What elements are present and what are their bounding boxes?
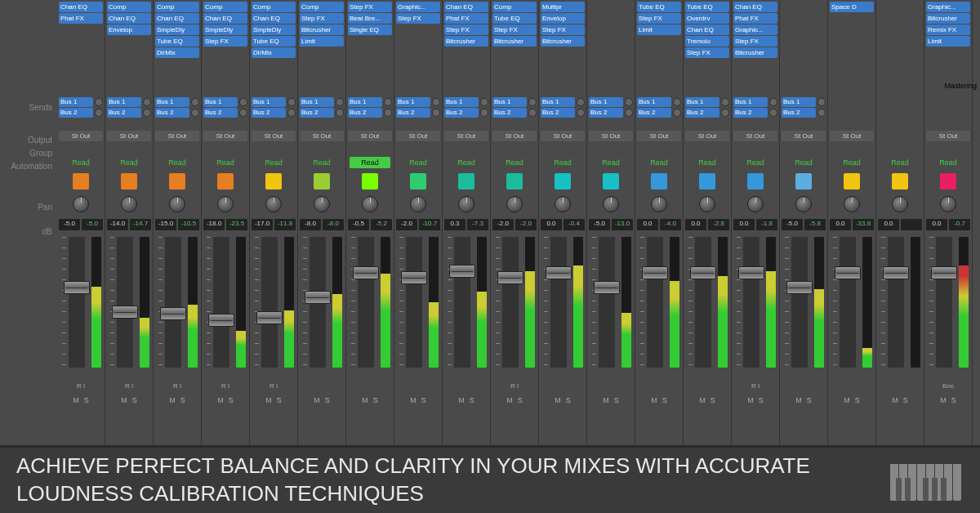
send-knob[interactable] (625, 98, 633, 106)
solo-button[interactable]: S (325, 396, 330, 404)
output-button[interactable]: St Out (59, 131, 103, 141)
fader-handle[interactable] (208, 314, 234, 327)
solo-button[interactable]: S (277, 396, 282, 404)
automation-mode[interactable]: Read (876, 157, 924, 168)
mute-button[interactable]: M (73, 396, 79, 404)
send-knob[interactable] (191, 98, 199, 106)
mute-button[interactable]: M (940, 396, 947, 404)
send-bus[interactable]: Bus 2 (637, 108, 671, 118)
automation-mode[interactable]: Read (154, 157, 201, 168)
send-bus[interactable]: Bus 2 (107, 108, 141, 118)
insert-plugin[interactable]: SmpleDly (203, 25, 247, 35)
send-bus[interactable]: Bus 1 (782, 97, 816, 107)
insert-plugin[interactable]: Phat FX (444, 13, 488, 24)
send-knob[interactable] (528, 109, 537, 117)
send-knob[interactable] (384, 109, 392, 117)
send-bus[interactable]: Bus 1 (589, 97, 623, 107)
insert-plugin[interactable]: Step FX (541, 25, 585, 35)
send-knob[interactable] (721, 109, 729, 117)
output-button[interactable]: St Out (203, 131, 247, 141)
fader-handle[interactable] (594, 281, 620, 294)
mute-button[interactable]: M (458, 396, 465, 404)
track-icon[interactable] (410, 173, 426, 190)
track-icon[interactable] (314, 173, 330, 190)
mute-button[interactable]: M (506, 396, 513, 404)
pan-knob[interactable] (940, 196, 956, 212)
pan-knob[interactable] (410, 196, 426, 212)
insert-plugin[interactable]: Chan EQ (252, 13, 296, 24)
track-icon[interactable] (940, 173, 956, 190)
pan-knob[interactable] (265, 196, 282, 212)
send-bus[interactable]: Bus 2 (685, 108, 719, 118)
insert-plugin[interactable]: Tube EQ (492, 13, 537, 24)
insert-plugin[interactable]: Limit (637, 25, 681, 35)
output-button[interactable]: St Out (733, 131, 777, 141)
insert-plugin[interactable]: Remix FX (926, 25, 970, 35)
automation-mode[interactable]: Read (250, 157, 297, 168)
track-icon[interactable] (73, 173, 89, 190)
track-icon[interactable] (169, 173, 185, 190)
insert-plugin[interactable]: Limit (926, 36, 970, 47)
pan-knob[interactable] (73, 196, 89, 212)
fader-handle[interactable] (786, 281, 813, 294)
send-bus[interactable]: Bus 2 (300, 108, 334, 118)
send-bus[interactable]: Bus 2 (733, 108, 768, 118)
pan-knob[interactable] (169, 196, 185, 212)
solo-button[interactable]: S (180, 396, 185, 404)
fader-handle[interactable] (449, 265, 475, 278)
send-knob[interactable] (287, 109, 296, 117)
send-knob[interactable] (769, 109, 777, 117)
send-knob[interactable] (673, 98, 681, 106)
insert-plugin[interactable]: Step FX (348, 2, 392, 12)
mute-button[interactable]: M (169, 396, 176, 404)
send-bus[interactable]: Bus 1 (444, 97, 479, 107)
insert-plugin[interactable]: Chan EQ (685, 25, 729, 35)
automation-mode[interactable]: Read (539, 157, 586, 168)
solo-button[interactable]: S (855, 396, 860, 404)
insert-plugin[interactable]: Beat Bre... (348, 13, 392, 24)
automation-mode[interactable]: Read (298, 157, 345, 168)
automation-mode[interactable]: Read (684, 157, 731, 168)
send-knob[interactable] (673, 109, 681, 117)
insert-plugin[interactable]: Chan EQ (733, 2, 777, 12)
solo-button[interactable]: S (470, 396, 474, 404)
mute-button[interactable]: M (747, 396, 754, 404)
send-bus[interactable]: Bus 1 (300, 97, 334, 107)
mute-button[interactable]: M (844, 396, 850, 404)
output-button[interactable]: St Out (155, 131, 199, 141)
output-button[interactable]: St Out (396, 131, 440, 141)
insert-plugin[interactable]: Tube EQ (685, 2, 729, 12)
insert-plugin[interactable]: Step FX (203, 36, 247, 47)
pan-knob[interactable] (506, 196, 523, 212)
track-icon[interactable] (892, 173, 908, 190)
send-bus[interactable]: Bus 2 (492, 108, 527, 118)
insert-plugin[interactable]: Graphic... (733, 25, 777, 35)
fader-handle[interactable] (546, 266, 572, 279)
insert-plugin[interactable]: Comp (155, 2, 199, 12)
fader-handle[interactable] (497, 271, 523, 284)
output-button[interactable]: St Out (541, 131, 585, 141)
track-icon[interactable] (699, 173, 715, 190)
fader-handle[interactable] (64, 281, 90, 294)
insert-plugin[interactable]: Envelop (541, 13, 585, 24)
send-bus[interactable]: Bus 1 (348, 97, 382, 107)
mute-button[interactable]: M (795, 396, 802, 404)
solo-button[interactable]: S (566, 396, 571, 404)
send-bus[interactable]: Bus 2 (203, 108, 238, 118)
send-knob[interactable] (239, 109, 247, 117)
track-icon[interactable] (362, 173, 378, 190)
send-bus[interactable]: Bus 1 (492, 97, 527, 107)
mute-button[interactable]: M (362, 396, 368, 404)
track-icon[interactable] (458, 173, 474, 190)
insert-plugin[interactable]: Chan EQ (59, 2, 103, 12)
send-bus[interactable]: Bus 2 (59, 108, 93, 118)
output-button[interactable]: St Out (492, 131, 537, 141)
send-bus[interactable]: Bus 1 (155, 97, 189, 107)
insert-plugin[interactable]: Step FX (637, 13, 681, 24)
insert-plugin[interactable]: Graphic... (396, 2, 440, 12)
send-knob[interactable] (287, 98, 296, 106)
send-bus[interactable]: Bus 2 (444, 108, 479, 118)
solo-button[interactable]: S (710, 396, 715, 404)
insert-plugin[interactable]: Comp (300, 2, 344, 12)
insert-plugin[interactable]: Bitcrusher (492, 36, 537, 47)
